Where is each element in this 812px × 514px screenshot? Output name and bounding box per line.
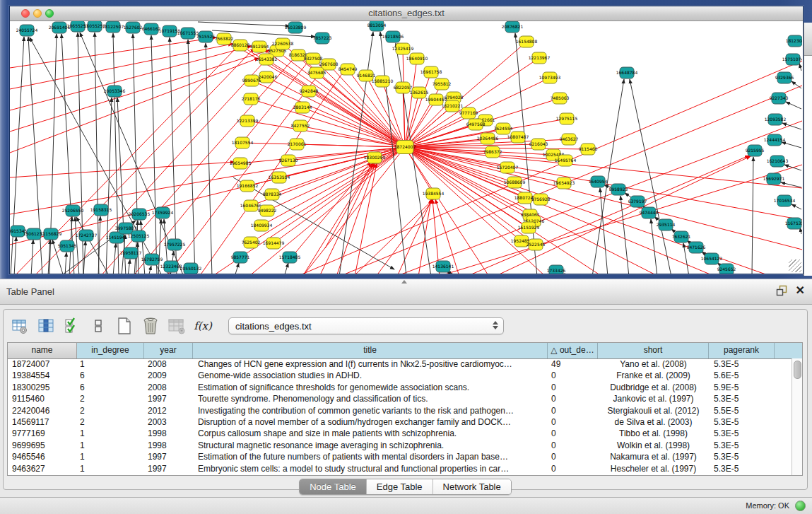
network-node[interactable]: 2803144 — [293, 102, 312, 113]
network-node[interactable]: 7625402 — [242, 237, 261, 248]
panel-divider-handle-icon[interactable] — [401, 280, 407, 284]
network-node[interactable]: 2522545 — [526, 239, 546, 250]
network-node[interactable]: 19384554 — [423, 188, 445, 199]
network-node[interactable]: 2935114 — [657, 219, 676, 230]
network-node[interactable]: 17957225 — [164, 239, 186, 250]
network-node[interactable]: 9242848 — [300, 86, 319, 97]
hub-network-node[interactable]: 18724007 — [394, 141, 416, 154]
network-node[interactable]: 9227343 — [770, 93, 789, 104]
network-node[interactable]: 8267130 — [279, 155, 298, 166]
network-node[interactable]: 6466162 — [142, 23, 161, 35]
tab-edge-table[interactable]: Edge Table — [367, 479, 433, 494]
column-header-in_degree[interactable]: in_degree — [77, 343, 144, 358]
network-window-titlebar[interactable]: citations_edges.txt — [10, 6, 803, 21]
network-node[interactable]: 8427552 — [291, 120, 310, 132]
network-node[interactable]: 7955812 — [433, 78, 452, 90]
network-node[interactable]: 18122507 — [102, 21, 124, 33]
network-node[interactable]: 16648784 — [616, 67, 638, 78]
table-row[interactable]: 1830029562008Estimation of significance … — [8, 382, 792, 393]
new-table-icon[interactable] — [115, 317, 134, 335]
column-header-title[interactable]: title — [193, 343, 548, 358]
function-builder-icon[interactable]: f(x) — [194, 317, 212, 335]
network-node[interactable]: 9215955 — [746, 145, 765, 156]
network-node[interactable]: 16961758 — [420, 66, 442, 78]
network-node[interactable]: 15718485 — [279, 252, 301, 263]
network-node[interactable]: 1640954 — [589, 176, 608, 187]
network-node[interactable]: 19218506 — [382, 31, 404, 42]
network-node[interactable]: 20206535 — [129, 209, 151, 220]
table-row[interactable]: 2242004622012Investigating the contribut… — [8, 405, 792, 416]
network-node[interactable]: 9245652 — [717, 264, 736, 274]
table-row[interactable]: 977716911998Corpus callosum shape and si… — [8, 428, 792, 439]
column-header-out_degree[interactable]: △ out_de… — [548, 343, 598, 358]
network-node[interactable]: 9498222 — [258, 205, 277, 216]
network-node[interactable]: 5912954 — [250, 41, 269, 52]
network-node[interactable]: 12323468 — [160, 261, 182, 272]
network-node[interactable]: 8860128 — [231, 40, 250, 51]
column-header-short[interactable]: short — [598, 343, 709, 358]
network-node[interactable]: 7515526 — [196, 31, 216, 42]
network-node[interactable]: 2718176 — [242, 93, 261, 105]
column-header-year[interactable]: year — [144, 343, 193, 358]
network-node[interactable]: 16033809 — [285, 22, 307, 33]
network-node[interactable]: 7485063 — [551, 93, 570, 104]
network-node[interactable]: 11156829 — [40, 228, 62, 240]
network-node[interactable]: 12213967 — [529, 52, 551, 64]
network-node[interactable]: 18107554 — [232, 137, 254, 148]
network-node[interactable]: 16154808 — [516, 36, 538, 47]
network-node[interactable]: 9756928 — [531, 194, 551, 205]
import-table-icon[interactable] — [167, 317, 186, 335]
network-node[interactable]: 2170061 — [288, 139, 307, 150]
network-node[interactable]: 3624554 — [494, 123, 513, 134]
network-node[interactable]: 7857223 — [313, 33, 332, 44]
network-node[interactable]: 10654122 — [701, 253, 723, 264]
table-row[interactable]: 969969511998Structural magnetic resonanc… — [8, 440, 792, 451]
column-header-pagerank[interactable]: pagerank — [709, 343, 775, 358]
table-row[interactable]: 1872400712008Changes of HCN gene express… — [8, 358, 792, 370]
delete-table-icon[interactable] — [141, 317, 160, 335]
tab-node-table[interactable]: Node Table — [300, 479, 367, 494]
network-node[interactable]: 20876821 — [502, 21, 524, 33]
network-node[interactable]: 5051345 — [58, 240, 77, 252]
network-node[interactable]: 9474444 — [640, 207, 659, 218]
close-panel-icon[interactable]: ✕ — [796, 285, 805, 296]
table-source-select[interactable]: citations_edges.txt — [228, 317, 504, 334]
network-node[interactable]: 14136141 — [433, 261, 454, 272]
vertical-scrollbar[interactable] — [792, 358, 802, 475]
resize-grip[interactable] — [789, 259, 801, 272]
network-node[interactable]: 8454749 — [339, 64, 358, 75]
network-node[interactable]: 6216043 — [529, 139, 548, 150]
network-node[interactable]: 12444154 — [764, 134, 786, 146]
network-node[interactable]: 12975115 — [556, 113, 578, 124]
column-header-name[interactable]: name — [8, 343, 77, 358]
show-column-icon[interactable] — [37, 317, 55, 335]
network-node[interactable]: 19158315 — [90, 204, 112, 216]
network-node[interactable]: 8878334 — [263, 189, 282, 200]
network-node[interactable]: 1812304 — [786, 35, 802, 47]
network-node[interactable]: 24055724 — [16, 25, 38, 36]
network-node[interactable]: 9890676 — [242, 75, 261, 86]
table-row[interactable]: 946554611997Estimation of the future num… — [8, 451, 792, 462]
table-settings-icon[interactable] — [11, 317, 29, 335]
network-node[interactable]: 9463627 — [560, 134, 579, 145]
network-node[interactable]: 6497568 — [466, 119, 486, 130]
table-row[interactable]: 1938455462009Genome-wide association stu… — [8, 370, 792, 381]
network-node[interactable]: 12325419 — [392, 43, 414, 54]
tab-network-table[interactable]: Network Table — [433, 479, 511, 494]
scrollbar-thumb[interactable] — [794, 361, 801, 379]
network-node[interactable]: 1733426 — [547, 265, 566, 274]
network-node[interactable]: 6379197 — [628, 196, 647, 207]
rows-icon[interactable] — [89, 317, 107, 335]
network-node[interactable]: 19654985 — [230, 158, 252, 169]
network-node[interactable]: 8958923 — [609, 184, 628, 195]
network-node[interactable]: 8813054 — [367, 21, 387, 31]
table-panel-titlebar[interactable]: Table Panel ✕ — [0, 279, 812, 305]
network-node[interactable]: 9857771 — [231, 252, 250, 263]
memory-status-indicator[interactable] — [795, 501, 806, 511]
select-all-icon[interactable] — [63, 317, 81, 335]
table-row[interactable]: 1456911722003Disruption of a novel membe… — [8, 416, 792, 428]
float-window-icon[interactable] — [776, 285, 787, 296]
network-node[interactable]: 3475685 — [307, 67, 326, 78]
table-row[interactable]: 946362711997Embryonic stem cells: a mode… — [8, 463, 792, 474]
table-row[interactable]: 911546021997Tourette syndrome. Phenomeno… — [8, 393, 792, 404]
